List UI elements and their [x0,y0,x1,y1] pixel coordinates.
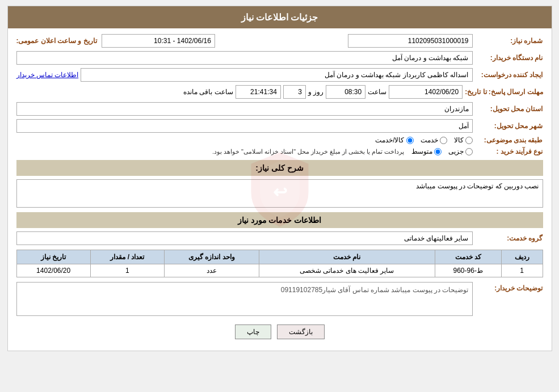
category-kala-khedmat-radio[interactable] [406,137,414,144]
col-quantity: تعداد / مقدار [90,250,164,264]
deadline-time-input[interactable] [326,85,365,99]
creator-input[interactable] [81,68,472,82]
buyer-notes-label: توضیحات خریدار: [475,284,543,292]
buyer-name-label: نام دستگاه خریدار: [475,54,543,62]
deadline-remaining-label: ساعت باقی مانده [183,88,233,96]
description-header-label: شرح کلی نیاز: [255,163,303,172]
category-khedmat-option[interactable]: خدمت [421,136,447,144]
cell-unit: عدد [164,264,259,277]
deadline-date-input[interactable] [389,85,463,99]
category-khedmat-radio[interactable] [440,137,447,144]
contact-info-link[interactable]: اطلاعات تماس خریدار [16,71,79,79]
col-service-code: کد خدمت [435,250,501,264]
deadline-time-label: ساعت [368,88,386,96]
cell-quantity: 1 [90,264,164,277]
col-service-name: نام خدمت [259,250,435,264]
description-section-header: شرح کلی نیاز: [16,160,543,176]
category-kala-khedmat-option[interactable]: کالا/خدمت [375,136,413,144]
category-khedmat-label: خدمت [421,136,438,144]
purchase-type-radio-group: جزیی متوسط [411,147,473,155]
purchase-jozvi-option[interactable]: جزیی [448,147,473,155]
category-kala-radio[interactable] [465,137,473,144]
tender-number-label: شماره نیاز: [475,37,543,45]
deadline-days-input[interactable] [283,85,306,99]
services-header-label: اطلاعات خدمات مورد نیاز [238,216,322,225]
description-textarea[interactable]: نصب دوربین که توضیحات در پیوست میباشد [16,179,543,208]
cell-service-name: سایر فعالیت های خدماتی شخصی [259,264,435,277]
tender-number-row: شماره نیاز: تاریخ و ساعت اعلان عمومی: [16,34,543,48]
category-radio-group: کالا خدمت کالا/خدمت [375,136,472,144]
tender-number-input[interactable] [348,34,473,48]
purchase-motawaset-radio[interactable] [434,148,442,155]
purchase-type-label: نوع فرآیند خرید : [475,147,543,155]
service-group-input[interactable] [16,231,473,245]
button-row: بازگشت چاپ [16,324,543,339]
buyer-notes-row: توضیحات خریدار: توضیحات در پیوست میباشد … [16,282,543,318]
deadline-row: مهلت ارسال پاسخ: تا تاریخ: ساعت روز و سا… [16,85,543,99]
services-table-section: ردیف کد خدمت نام خدمت واحد اندازه گیری ت… [16,250,543,277]
category-kala-khedmat-label: کالا/خدمت [375,136,404,144]
category-kala-label: کالا [454,136,464,144]
city-label: شهر محل تحویل: [475,122,543,130]
purchase-jozvi-radio[interactable] [465,148,473,155]
creator-row: ایجاد کننده درخواست: اطلاعات تماس خریدار [16,68,543,82]
creator-label: ایجاد کننده درخواست: [475,71,543,79]
service-group-label: گروه خدمت: [475,234,543,242]
deadline-remaining-input[interactable] [236,85,281,99]
purchase-motawaset-option[interactable]: متوسط [411,147,442,155]
col-row-num: ردیف [501,250,543,264]
col-date: تاریخ نیاز [16,250,90,264]
deadline-day-label: روز و [308,88,323,96]
category-row: طبقه بندی موضوعی: کالا خدمت کالا/خدمت [16,136,543,144]
category-label: طبقه بندی موضوعی: [475,136,543,144]
purchase-jozvi-label: جزیی [448,147,464,155]
description-row: نصب دوربین که توضیحات در پیوست میباشد [16,179,543,208]
province-label: استان محل تحویل: [475,105,543,113]
cell-date: 1402/06/20 [16,264,90,277]
back-button[interactable]: بازگشت [277,324,325,339]
cell-row-num: 1 [501,264,543,277]
buyer-name-input[interactable] [16,51,473,65]
city-input[interactable] [16,119,473,133]
page-title: جزئیات اطلاعات نیاز [8,6,552,28]
print-button[interactable]: چاپ [235,324,271,339]
category-kala-option[interactable]: کالا [454,136,473,144]
buyer-name-row: نام دستگاه خریدار: [16,51,543,65]
services-table: ردیف کد خدمت نام خدمت واحد اندازه گیری ت… [16,250,543,277]
purchase-type-description: پرداخت تمام یا بخشی از مبلغ خریداز محل "… [212,148,405,155]
cell-service-code: ط-96-960 [435,264,501,277]
services-section-header: اطلاعات خدمات مورد نیاز [16,212,543,228]
purchase-motawaset-label: متوسط [411,147,432,155]
city-row: شهر محل تحویل: [16,119,543,133]
deadline-label: مهلت ارسال پاسخ: تا تاریخ: [465,88,543,96]
buyer-notes-textarea[interactable]: توضیحات در پیوست میباشد شماره تماس آقای … [16,282,473,316]
service-group-row: گروه خدمت: [16,231,543,245]
purchase-type-row: نوع فرآیند خرید : جزیی متوسط پرداخت تمام… [16,147,543,155]
province-input[interactable] [16,102,473,116]
announce-label: تاریخ و ساعت اعلان عمومی: [16,37,97,45]
province-row: استان محل تحویل: [16,102,543,116]
col-unit: واحد اندازه گیری [164,250,259,264]
table-row: 1 ط-96-960 سایر فعالیت های خدماتی شخصی ع… [16,264,543,277]
announce-value-input[interactable] [102,34,215,48]
